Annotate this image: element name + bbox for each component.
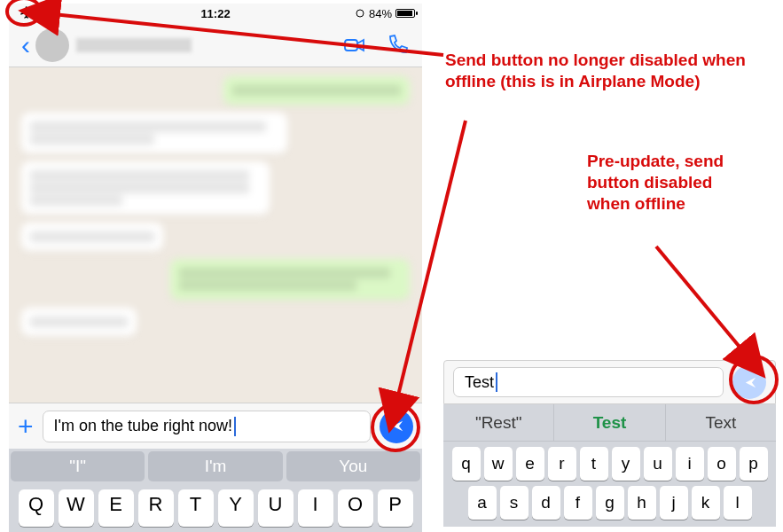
svg-line-3 bbox=[397, 121, 466, 399]
svg-line-2 bbox=[53, 14, 443, 55]
annotation-arrows bbox=[0, 0, 783, 532]
svg-line-4 bbox=[656, 246, 743, 351]
